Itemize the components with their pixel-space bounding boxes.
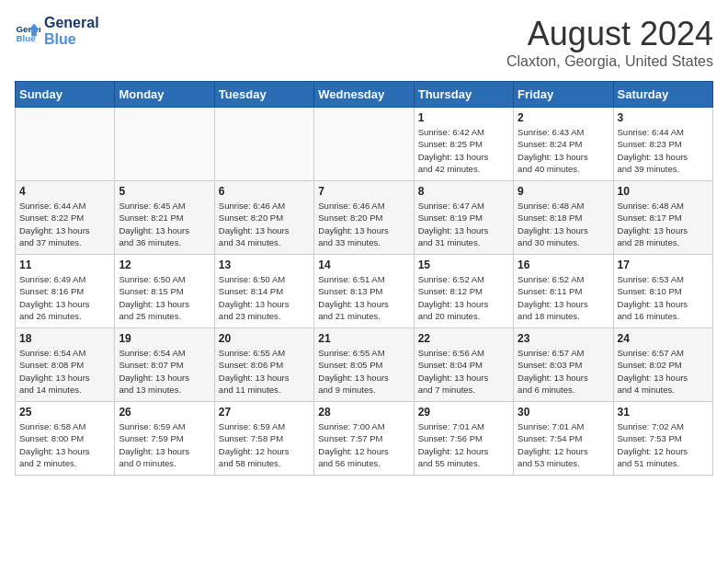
day-cell: 13Sunrise: 6:50 AMSunset: 8:14 PMDayligh… (214, 255, 313, 328)
day-cell: 27Sunrise: 6:59 AMSunset: 7:58 PMDayligh… (214, 402, 313, 476)
header-cell-sunday: Sunday (16, 82, 115, 108)
day-info: Sunrise: 6:48 AMSunset: 8:17 PMDaylight:… (618, 200, 709, 248)
day-info: Sunrise: 6:55 AMSunset: 8:05 PMDaylight:… (318, 347, 409, 396)
calendar-body: 1Sunrise: 6:42 AMSunset: 8:25 PMDaylight… (16, 108, 713, 476)
day-number: 12 (119, 259, 210, 271)
page-subtitle: Claxton, Georgia, United States (506, 53, 713, 70)
day-number: 25 (19, 406, 110, 419)
day-number: 19 (119, 332, 210, 345)
logo-text-line1: General (44, 15, 99, 31)
day-info: Sunrise: 7:01 AMSunset: 7:54 PMDaylight:… (518, 420, 609, 469)
header-cell-thursday: Thursday (414, 82, 513, 108)
day-number: 9 (518, 185, 609, 198)
day-cell: 10Sunrise: 6:48 AMSunset: 8:17 PMDayligh… (613, 181, 712, 255)
day-info: Sunrise: 7:00 AMSunset: 7:57 PMDaylight:… (318, 420, 409, 469)
day-cell (314, 108, 414, 181)
day-number: 26 (119, 406, 210, 419)
header-cell-wednesday: Wednesday (314, 82, 414, 108)
day-cell: 4Sunrise: 6:44 AMSunset: 8:22 PMDaylight… (16, 181, 115, 255)
page-title: August 2024 (506, 15, 713, 53)
header-row: SundayMondayTuesdayWednesdayThursdayFrid… (16, 82, 713, 108)
day-info: Sunrise: 6:58 AMSunset: 8:00 PMDaylight:… (19, 420, 110, 469)
day-cell (115, 108, 214, 181)
day-number: 29 (418, 406, 509, 419)
day-info: Sunrise: 6:50 AMSunset: 8:15 PMDaylight:… (119, 273, 210, 322)
header-cell-friday: Friday (514, 82, 613, 108)
day-cell: 30Sunrise: 7:01 AMSunset: 7:54 PMDayligh… (514, 402, 613, 476)
day-cell: 14Sunrise: 6:51 AMSunset: 8:13 PMDayligh… (314, 255, 414, 328)
day-number: 14 (318, 259, 409, 271)
day-number: 5 (119, 185, 210, 198)
day-info: Sunrise: 6:57 AMSunset: 8:02 PMDaylight:… (618, 347, 709, 396)
day-info: Sunrise: 6:46 AMSunset: 8:20 PMDaylight:… (318, 200, 409, 248)
day-number: 24 (618, 332, 709, 345)
day-info: Sunrise: 6:49 AMSunset: 8:16 PMDaylight:… (19, 273, 110, 322)
day-cell: 18Sunrise: 6:54 AMSunset: 8:08 PMDayligh… (16, 328, 115, 402)
logo: General Blue General Blue (15, 15, 99, 47)
day-info: Sunrise: 6:45 AMSunset: 8:21 PMDaylight:… (119, 200, 210, 248)
day-cell: 2Sunrise: 6:43 AMSunset: 8:24 PMDaylight… (514, 108, 613, 181)
day-info: Sunrise: 6:42 AMSunset: 8:25 PMDaylight:… (418, 126, 509, 175)
day-cell: 17Sunrise: 6:53 AMSunset: 8:10 PMDayligh… (613, 255, 712, 328)
day-number: 21 (318, 332, 409, 345)
day-number: 11 (19, 259, 110, 271)
title-area: August 2024 Claxton, Georgia, United Sta… (506, 15, 713, 70)
day-cell: 19Sunrise: 6:54 AMSunset: 8:07 PMDayligh… (115, 328, 214, 402)
day-number: 4 (19, 185, 110, 198)
day-cell: 8Sunrise: 6:47 AMSunset: 8:19 PMDaylight… (414, 181, 513, 255)
day-cell (16, 108, 115, 181)
day-cell: 15Sunrise: 6:52 AMSunset: 8:12 PMDayligh… (414, 255, 513, 328)
logo-icon: General Blue (15, 18, 40, 44)
day-cell: 20Sunrise: 6:55 AMSunset: 8:06 PMDayligh… (214, 328, 313, 402)
day-info: Sunrise: 6:56 AMSunset: 8:04 PMDaylight:… (418, 347, 509, 396)
day-cell: 23Sunrise: 6:57 AMSunset: 8:03 PMDayligh… (514, 328, 613, 402)
day-info: Sunrise: 6:52 AMSunset: 8:12 PMDaylight:… (418, 273, 509, 322)
header-cell-saturday: Saturday (613, 82, 712, 108)
day-number: 7 (318, 185, 409, 198)
week-row-0: 1Sunrise: 6:42 AMSunset: 8:25 PMDaylight… (16, 108, 713, 181)
logo-text-line2: Blue (44, 31, 99, 48)
week-row-2: 11Sunrise: 6:49 AMSunset: 8:16 PMDayligh… (16, 255, 713, 328)
day-number: 3 (618, 111, 709, 124)
calendar-header: SundayMondayTuesdayWednesdayThursdayFrid… (16, 82, 713, 108)
week-row-1: 4Sunrise: 6:44 AMSunset: 8:22 PMDaylight… (16, 181, 713, 255)
day-cell: 6Sunrise: 6:46 AMSunset: 8:20 PMDaylight… (214, 181, 313, 255)
day-number: 31 (618, 406, 709, 419)
day-number: 20 (219, 332, 310, 345)
day-cell: 1Sunrise: 6:42 AMSunset: 8:25 PMDaylight… (414, 108, 513, 181)
calendar-table: SundayMondayTuesdayWednesdayThursdayFrid… (15, 81, 713, 476)
day-info: Sunrise: 6:54 AMSunset: 8:08 PMDaylight:… (19, 347, 110, 396)
day-cell: 25Sunrise: 6:58 AMSunset: 8:00 PMDayligh… (16, 402, 115, 476)
day-info: Sunrise: 6:51 AMSunset: 8:13 PMDaylight:… (318, 273, 409, 322)
header-cell-monday: Monday (115, 82, 214, 108)
day-number: 17 (618, 259, 709, 271)
day-number: 8 (418, 185, 509, 198)
day-number: 10 (618, 185, 709, 198)
day-info: Sunrise: 6:59 AMSunset: 7:58 PMDaylight:… (219, 420, 310, 469)
day-number: 6 (219, 185, 310, 198)
day-info: Sunrise: 6:55 AMSunset: 8:06 PMDaylight:… (219, 347, 310, 396)
day-info: Sunrise: 6:48 AMSunset: 8:18 PMDaylight:… (518, 200, 609, 248)
day-info: Sunrise: 7:02 AMSunset: 7:53 PMDaylight:… (618, 420, 709, 469)
day-info: Sunrise: 6:54 AMSunset: 8:07 PMDaylight:… (119, 347, 210, 396)
day-cell: 9Sunrise: 6:48 AMSunset: 8:18 PMDaylight… (514, 181, 613, 255)
day-cell: 16Sunrise: 6:52 AMSunset: 8:11 PMDayligh… (514, 255, 613, 328)
week-row-3: 18Sunrise: 6:54 AMSunset: 8:08 PMDayligh… (16, 328, 713, 402)
day-number: 30 (518, 406, 609, 419)
day-cell (214, 108, 313, 181)
header: General Blue General Blue August 2024 Cl… (15, 15, 713, 70)
day-cell: 11Sunrise: 6:49 AMSunset: 8:16 PMDayligh… (16, 255, 115, 328)
day-number: 1 (418, 111, 509, 124)
day-number: 16 (518, 259, 609, 271)
day-info: Sunrise: 6:47 AMSunset: 8:19 PMDaylight:… (418, 200, 509, 248)
day-info: Sunrise: 6:59 AMSunset: 7:59 PMDaylight:… (119, 420, 210, 469)
day-info: Sunrise: 6:53 AMSunset: 8:10 PMDaylight:… (618, 273, 709, 322)
day-cell: 26Sunrise: 6:59 AMSunset: 7:59 PMDayligh… (115, 402, 214, 476)
day-info: Sunrise: 6:46 AMSunset: 8:20 PMDaylight:… (219, 200, 310, 248)
day-cell: 12Sunrise: 6:50 AMSunset: 8:15 PMDayligh… (115, 255, 214, 328)
day-number: 13 (219, 259, 310, 271)
day-number: 28 (318, 406, 409, 419)
day-number: 18 (19, 332, 110, 345)
day-cell: 24Sunrise: 6:57 AMSunset: 8:02 PMDayligh… (613, 328, 712, 402)
day-cell: 3Sunrise: 6:44 AMSunset: 8:23 PMDaylight… (613, 108, 712, 181)
